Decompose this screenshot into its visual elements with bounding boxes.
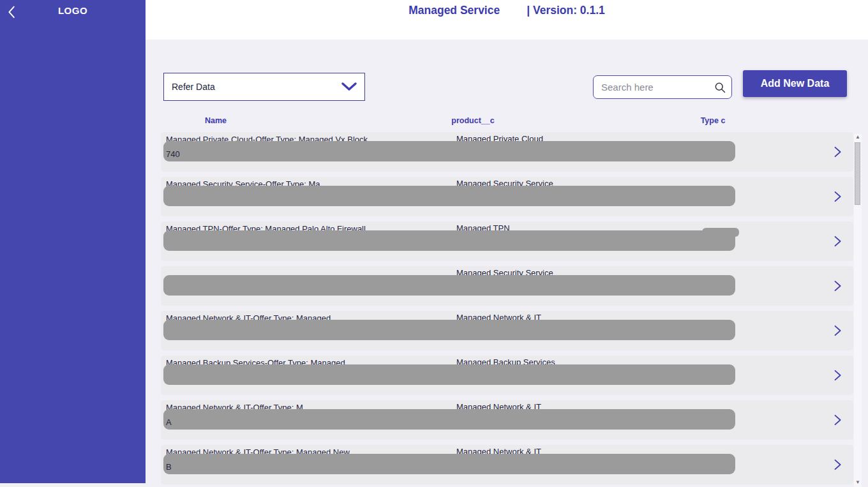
redaction-bar xyxy=(163,320,735,340)
chevron-down-icon xyxy=(341,82,357,92)
search-icon[interactable] xyxy=(714,81,726,94)
row-second-line-fragment: A xyxy=(166,417,172,427)
chevron-right-icon[interactable] xyxy=(833,236,843,247)
data-row-list: Managed Private Cloud-Offer Type: Manage… xyxy=(161,132,853,487)
refer-data-dropdown[interactable]: Refer Data xyxy=(163,73,365,101)
chevron-right-icon[interactable] xyxy=(833,370,843,381)
redaction-bar xyxy=(163,275,735,296)
table-row[interactable]: Managed Network & IT-Offer Type: Managed… xyxy=(161,311,853,350)
table-row[interactable]: Managed Network & IT-Offer Type: Managed… xyxy=(161,445,853,484)
search-box[interactable] xyxy=(593,75,732,99)
version-label: | Version: 0.1.1 xyxy=(527,4,605,17)
scroll-down-button[interactable]: ▼ xyxy=(854,479,862,486)
row-second-line-fragment: B xyxy=(166,462,172,472)
main-content: Refer Data Add New Data Name product__c … xyxy=(146,40,868,487)
table-row[interactable]: Managed Private Cloud-Offer Type: Manage… xyxy=(161,132,853,172)
scrollbar[interactable]: ▲ ▼ xyxy=(854,134,862,487)
row-second-line-fragment: 740 xyxy=(166,149,180,159)
table-row[interactable]: Managed Security Service xyxy=(161,266,853,306)
table-row[interactable]: Managed Network & IT-Offer Type: M Manag… xyxy=(161,400,853,440)
chevron-right-icon[interactable] xyxy=(833,146,843,158)
sidebar-header: LOGO xyxy=(0,0,146,28)
dropdown-selected-value: Refer Data xyxy=(172,82,341,92)
scrollbar-thumb[interactable] xyxy=(855,142,860,205)
redaction-bar-small xyxy=(702,228,739,237)
add-new-data-button[interactable]: Add New Data xyxy=(743,70,847,97)
app-title: Managed Service xyxy=(408,4,500,17)
redaction-bar xyxy=(163,186,735,206)
chevron-right-icon[interactable] xyxy=(833,280,843,292)
redaction-bar xyxy=(163,364,735,385)
search-input[interactable] xyxy=(601,82,714,93)
redaction-bar xyxy=(163,454,735,474)
logo-text: LOGO xyxy=(0,5,146,16)
page-title: Managed Service | Version: 0.1.1 xyxy=(408,4,605,17)
chevron-right-icon[interactable] xyxy=(833,459,843,470)
chevron-right-icon[interactable] xyxy=(833,414,843,426)
sidebar: LOGO xyxy=(0,0,146,483)
column-header-type: Type c xyxy=(701,116,726,125)
table-row[interactable]: Managed Backup Services-Offer Type: Mana… xyxy=(161,356,853,395)
redaction-bar xyxy=(163,409,735,430)
chevron-right-icon[interactable] xyxy=(833,191,843,202)
table-row[interactable]: Managed TPN-Offer Type: Managed Palo Alt… xyxy=(161,221,853,261)
column-header-name: Name xyxy=(205,116,227,125)
redaction-bar xyxy=(163,230,735,251)
column-header-product: product__c xyxy=(451,116,494,125)
header-bar: Managed Service | Version: 0.1.1 xyxy=(146,0,868,40)
redaction-bar xyxy=(163,141,735,161)
chevron-right-icon[interactable] xyxy=(833,325,843,336)
table-row[interactable]: Managed Security Service-Offer Type: Ma … xyxy=(161,177,853,216)
scroll-up-button[interactable]: ▲ xyxy=(854,134,862,140)
